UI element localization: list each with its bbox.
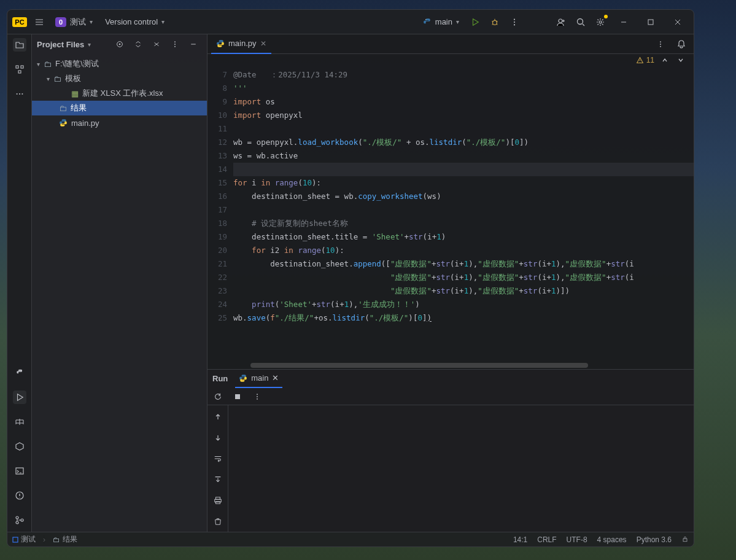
svg-point-4 [514,24,515,25]
project-tree: ▾ 🗀 F:\随笔\测试 ▾ 🗀 模板 ▦ 新建 XLSX 工作表.xlsx 🗀… [32,54,207,133]
line-ending[interactable]: CRLF [537,535,556,544]
project-tool-icon[interactable] [13,38,26,52]
soft-wrap-icon[interactable] [211,452,225,465]
notifications-icon[interactable] [673,36,690,53]
hide-panel-icon[interactable] [185,36,202,53]
svg-point-0 [425,19,426,20]
chevron-down-icon: ▾ [37,61,40,68]
svg-point-6 [578,18,583,24]
project-panel-title: Project Files [37,40,84,49]
close-tab-icon[interactable]: ✕ [272,373,279,383]
scroll-to-end-icon[interactable] [211,473,225,486]
lock-icon[interactable] [681,535,689,544]
breadcrumb-folder[interactable]: 🗀 结果 [53,534,77,545]
run-output[interactable] [228,405,694,532]
interpreter-info[interactable]: Python 3.6 [637,535,672,544]
more-tools-icon[interactable] [13,87,26,101]
python-icon [423,18,432,26]
python-console-icon[interactable] [13,366,26,379]
maximize-button[interactable] [638,10,663,34]
settings-icon[interactable] [592,14,609,31]
close-tab-icon[interactable]: ✕ [260,39,266,48]
python-file-icon [216,39,225,48]
svg-point-5 [559,19,562,23]
svg-point-25 [660,41,661,42]
svg-point-18 [16,521,18,524]
version-control-tool-icon[interactable] [13,513,26,527]
indent-config[interactable]: 4 spaces [597,535,627,544]
structure-tool-icon[interactable] [13,63,26,76]
select-opened-file-icon[interactable] [111,36,128,53]
svg-point-22 [174,41,176,42]
close-button[interactable] [665,10,690,34]
tree-label: 新建 XLSX 工作表.xlsx [82,88,163,99]
version-control-selector[interactable]: Version control ▾ [100,15,169,29]
editor-code[interactable]: @Date ：2025/11/3 14:29'''import osimport… [233,66,694,369]
tree-label: 结果 [71,103,87,114]
run-side-controls [207,405,228,532]
chevron-down-icon[interactable]: ▾ [88,41,91,48]
tree-label: main.py [71,119,99,128]
run-tab-main[interactable]: main ✕ [235,370,282,388]
run-options-icon[interactable] [250,390,264,403]
file-encoding[interactable]: UTF-8 [567,535,587,544]
svg-point-31 [257,398,258,399]
run-button[interactable] [467,14,484,31]
up-stack-icon[interactable] [211,410,225,424]
prev-highlight-icon[interactable] [659,55,670,66]
tree-folder-templates[interactable]: ▾ 🗀 模板 [32,71,207,86]
cursor-position[interactable]: 14:1 [513,535,527,544]
chevron-down-icon: ▾ [161,18,165,25]
problems-tool-icon[interactable] [13,489,26,502]
next-highlight-icon[interactable] [675,55,686,66]
editor-body[interactable]: 78910111213141516171819202122232425 @Dat… [207,66,694,369]
collapse-all-icon[interactable] [148,36,165,53]
tree-root-folder[interactable]: ▾ 🗀 F:\随笔\测试 [32,56,207,71]
collab-icon[interactable] [552,14,570,31]
run-panel-title: Run [212,374,228,383]
project-selector[interactable]: 0 测试 ▾ [50,14,98,30]
horizontal-scrollbar[interactable] [250,363,588,368]
svg-point-30 [257,396,258,397]
tree-file-xlsx[interactable]: ▦ 新建 XLSX 工作表.xlsx [32,86,207,101]
python-file-icon [59,119,68,127]
ide-logo-icon[interactable]: PC [11,14,28,31]
tree-folder-results[interactable]: 🗀 结果 [32,101,207,115]
svg-point-1 [493,20,497,25]
editor-options-icon[interactable] [652,36,669,53]
svg-rect-9 [16,66,18,68]
more-actions-icon[interactable] [506,14,523,31]
panel-options-icon[interactable] [166,36,184,53]
run-tab-label: main [251,373,268,383]
svg-rect-35 [13,537,18,542]
python-file-icon [239,374,247,383]
services-tool-icon[interactable] [13,440,26,453]
inspection-warnings[interactable]: 11 [636,56,654,64]
chevron-down-icon: ▾ [47,76,50,82]
notification-dot-icon [604,15,608,18]
minimize-button[interactable] [611,10,636,34]
breadcrumb-project[interactable]: 测试 [12,534,36,545]
run-tool-icon[interactable] [13,391,26,404]
svg-point-14 [21,93,23,95]
folder-icon: 🗀 [44,60,52,69]
editor-tab-mainpy[interactable]: main.py ✕ [211,34,271,54]
rerun-icon[interactable] [211,390,225,403]
run-config-selector[interactable]: main ▾ [418,15,464,29]
search-icon[interactable] [572,14,589,31]
svg-point-21 [119,44,121,45]
print-icon[interactable] [211,494,225,507]
chevron-down-icon: ▾ [456,18,459,25]
debug-button[interactable] [486,14,503,31]
clear-icon[interactable] [211,515,225,528]
breadcrumb-separator-icon: › [43,535,45,544]
svg-point-12 [16,93,17,95]
expand-all-icon[interactable] [130,36,147,53]
down-stack-icon[interactable] [211,431,225,445]
tree-file-main-py[interactable]: main.py [32,115,207,130]
hamburger-menu-icon[interactable] [31,14,48,31]
python-packages-icon[interactable] [13,415,26,429]
svg-point-19 [21,519,23,521]
terminal-tool-icon[interactable] [13,464,26,478]
stop-icon[interactable] [231,390,244,403]
